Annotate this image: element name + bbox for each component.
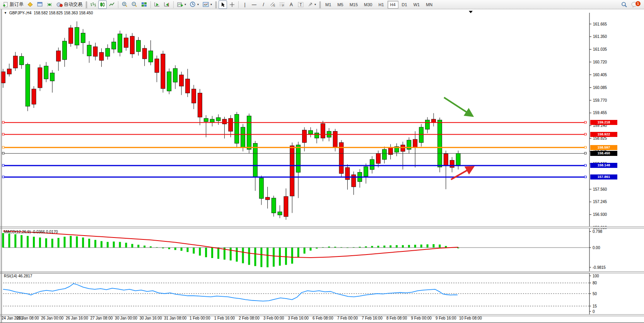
tf-h1[interactable]: H1	[376, 1, 386, 9]
candlestick-icon	[100, 2, 105, 7]
trendline-tool[interactable]: /	[259, 0, 268, 9]
tf-h4[interactable]: H4	[388, 1, 398, 9]
templates-caret-icon: ▾	[210, 3, 212, 6]
signals-button[interactable]	[45, 0, 54, 9]
text-tool[interactable]: A	[287, 0, 296, 9]
rsi-axis-label: 15	[593, 304, 597, 308]
horizontal-price-lines[interactable]	[2, 121, 587, 178]
toolbar-grip[interactable]	[85, 1, 87, 8]
svg-text:26 Jan 16:00: 26 Jan 16:00	[66, 316, 88, 320]
svg-text:7 Feb 00:00: 7 Feb 00:00	[337, 316, 358, 320]
symbol-period-label: GBPJPY-,H4	[9, 11, 31, 15]
tf-m30[interactable]: M30	[361, 1, 375, 9]
horizontal-line-tool[interactable]: —	[250, 0, 258, 9]
window-left-edge[interactable]	[1, 9, 2, 323]
svg-text:160.085: 160.085	[593, 85, 607, 90]
svg-text:160.720: 160.720	[593, 60, 607, 64]
text-label-icon: T	[298, 2, 304, 7]
label-tool[interactable]: T	[296, 0, 305, 9]
green-down-arrow[interactable]	[444, 97, 473, 116]
svg-text:31 Jan 08:00: 31 Jan 08:00	[164, 316, 186, 320]
price-line-flag[interactable]: 157.861	[590, 174, 617, 179]
svg-text:161.035: 161.035	[593, 47, 607, 51]
macd-axis-label: 0.00	[593, 246, 600, 250]
rsi-line	[3, 284, 458, 301]
svg-text:26 Jan 00:00: 26 Jan 00:00	[41, 316, 63, 320]
shapes-caret-icon: ▾	[314, 3, 316, 6]
toolbar-grip[interactable]	[215, 1, 217, 8]
auto-trading-button[interactable]: 自动交易	[55, 0, 84, 9]
svg-text:157.560: 157.560	[593, 187, 607, 191]
zoom-out-icon	[132, 2, 137, 7]
candlestick-series	[1, 21, 461, 220]
candlestick-chart-button[interactable]	[98, 0, 107, 9]
price-line-flag[interactable]: 158.450	[590, 151, 617, 156]
cursor-tool-button[interactable]	[219, 0, 227, 9]
rsi-axis-label: 0	[593, 309, 595, 314]
line-chart-button[interactable]	[108, 0, 116, 9]
macd-indicator-label: MACD(12,26,9) -0.0366 0.0170	[4, 230, 58, 234]
new-order-label: 新订单	[10, 1, 24, 8]
notification-badge: 1	[635, 1, 641, 6]
market-watch-button[interactable]	[26, 0, 35, 9]
collapse-chart-icon[interactable]: ▼	[4, 11, 7, 15]
channel-tool[interactable]: E	[268, 0, 277, 9]
price-line-flag[interactable]: 159.218	[590, 120, 617, 125]
rsi-axis-label: 100	[593, 274, 599, 278]
cursor-icon	[220, 2, 225, 7]
tf-w1[interactable]: W1	[411, 1, 423, 9]
tf-m15[interactable]: M15	[347, 1, 360, 9]
shapes-tool[interactable]: ▾	[306, 0, 318, 9]
fibonacci-tool[interactable]: F	[278, 0, 286, 9]
indicators-button[interactable]: ▾	[176, 0, 188, 9]
tf-m1[interactable]: M1	[323, 1, 334, 9]
tf-d1[interactable]: D1	[399, 1, 410, 9]
periods-button[interactable]: ▾	[188, 0, 200, 9]
data-window-button[interactable]	[36, 0, 44, 9]
search-icon	[621, 2, 627, 8]
template-icon	[203, 2, 209, 7]
price-line-flag[interactable]: 158.597	[590, 145, 617, 150]
tf-m5[interactable]: M5	[335, 1, 346, 9]
hline-icon: —	[252, 2, 256, 7]
main-toolbar: 新订单 自动交易 ▾ ▾	[0, 0, 644, 9]
periods-caret-icon: ▾	[197, 3, 199, 6]
fibonacci-icon: F	[279, 2, 285, 7]
templates-button[interactable]: ▾	[201, 0, 214, 9]
new-order-button[interactable]: 新订单	[2, 0, 25, 9]
tile-windows-button[interactable]	[140, 0, 149, 9]
auto-trading-icon	[56, 2, 63, 7]
tf-mn[interactable]: MN	[423, 1, 435, 9]
zoom-out-button[interactable]	[130, 0, 139, 9]
svg-text:159.770: 159.770	[593, 98, 607, 103]
svg-text:9 Feb 00:00: 9 Feb 00:00	[411, 316, 432, 320]
vertical-line-tool[interactable]: |	[241, 0, 249, 9]
macd-axis-label: -0.9815	[593, 265, 606, 270]
signal-icon	[47, 2, 53, 7]
price-tag-icon	[27, 2, 33, 7]
new-order-icon	[3, 2, 9, 7]
chart-shift-marker[interactable]	[469, 11, 473, 13]
auto-trading-label: 自动交易	[64, 1, 82, 8]
search-button[interactable]	[620, 0, 629, 9]
bar-chart-button[interactable]	[89, 0, 97, 9]
macd-axis-label: 0.798	[593, 229, 602, 234]
zoom-in-button[interactable]	[120, 0, 129, 9]
chart-shift-button[interactable]	[162, 0, 171, 9]
svg-text:10 Feb 08:00: 10 Feb 08:00	[459, 316, 482, 320]
ohlc-values: 158.582 158.825 158.363 158.450	[34, 11, 93, 15]
price-line-flag[interactable]: 158.922	[590, 132, 617, 137]
crosshair-icon	[229, 2, 235, 7]
svg-text:7 Feb 16:00: 7 Feb 16:00	[362, 316, 383, 320]
price-line-flag[interactable]: 158.148	[590, 163, 617, 168]
svg-text:8 Feb 08:00: 8 Feb 08:00	[386, 316, 407, 320]
auto-scroll-button[interactable]	[153, 0, 162, 9]
notifications-button[interactable]: 1	[630, 0, 639, 9]
svg-text:156.930: 156.930	[593, 212, 607, 217]
toolbar-grip[interactable]	[319, 1, 321, 8]
time-axis: 24 Jan 202325 Jan 08:0026 Jan 00:0026 Ja…	[2, 316, 482, 320]
window-icon	[37, 2, 43, 7]
crosshair-tool-button[interactable]	[228, 0, 236, 9]
svg-text:F: F	[282, 4, 284, 7]
chart-canvas[interactable]: 161.665161.350161.035160.720160.405160.0…	[0, 9, 644, 323]
